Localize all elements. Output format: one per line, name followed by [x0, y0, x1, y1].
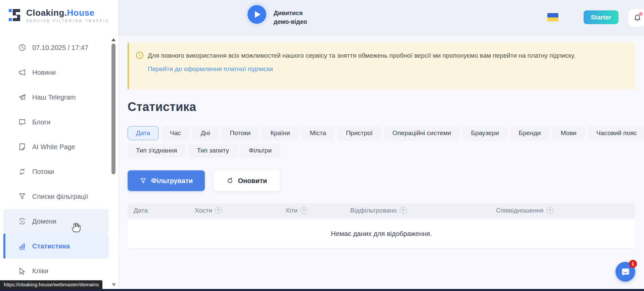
- chat-bubble-icon: [18, 118, 26, 126]
- banner-message: Для повного використання всіх можливосте…: [148, 51, 625, 60]
- help-icon[interactable]: ?: [300, 207, 307, 214]
- column-header-filtered: Відфільтровано ?: [350, 203, 407, 218]
- hand-cursor-pointer: [71, 222, 81, 233]
- column-header-date: Дата: [134, 203, 148, 218]
- demo-video-label[interactable]: Дивитися демо-відео: [274, 9, 307, 26]
- filter-tab-browsers[interactable]: Браузери: [463, 126, 507, 140]
- demo-video-line2: демо-відео: [274, 17, 307, 26]
- brand-tagline: SERVICE FILTERING TRAFFIC: [26, 19, 109, 23]
- sidebar-item-streams[interactable]: Потоки: [3, 159, 109, 184]
- warning-icon: !: [136, 52, 143, 59]
- filter-tab-operating-systems[interactable]: Операційні системи: [384, 126, 460, 140]
- help-icon[interactable]: ?: [400, 207, 407, 214]
- demo-video-play-button[interactable]: [247, 5, 266, 24]
- sidebar-item-label: Новини: [32, 69, 56, 76]
- cursor-arrow-icon: [18, 267, 26, 275]
- cloaking-house-logo-icon: [8, 7, 22, 23]
- sidebar-item-news[interactable]: Новини: [3, 60, 109, 85]
- filter-tab-brands[interactable]: Бренди: [510, 126, 549, 140]
- sidebar-item-blogs[interactable]: Блоги: [3, 110, 109, 134]
- filter-tab-days[interactable]: Дні: [192, 126, 219, 140]
- sync-arrows-icon: [18, 168, 26, 176]
- column-label: Співвідношення: [496, 207, 544, 214]
- clock-icon: [18, 44, 26, 52]
- scrollbar-thumb[interactable]: [111, 44, 116, 174]
- main-content: ! Для повного використання всіх можливос…: [118, 36, 644, 291]
- demo-video-line1: Дивитися: [274, 9, 307, 17]
- filter-tab-request-type[interactable]: Тип запиту: [188, 143, 237, 158]
- sidebar: Cloaking.House SERVICE FILTERING TRAFFIC…: [0, 0, 118, 291]
- megaphone-icon: [18, 68, 26, 76]
- chat-unread-badge: 1: [629, 260, 637, 268]
- filter-tab-streams[interactable]: Потоки: [221, 126, 259, 140]
- filter-tab-devices[interactable]: Пристрої: [337, 126, 381, 140]
- scroll-down-arrow[interactable]: [112, 283, 116, 286]
- statistics-table-header: Дата Хости ? Хіти ? Відфільтровано ? Спі…: [128, 203, 635, 218]
- sidebar-menu: 07.10.2025 / 17:47 Новини Наш Telegram Б…: [0, 35, 118, 283]
- filter-tab-time[interactable]: Час: [162, 126, 189, 140]
- sidebar-item-ai-white-page[interactable]: AI White Page: [3, 134, 109, 159]
- top-header: Дивитися демо-відео Starter naata*******…: [118, 0, 644, 36]
- sidebar-item-datetime: 07.10.2025 / 17:47: [3, 35, 109, 60]
- sidebar-item-label: Домени: [32, 218, 56, 225]
- notification-dot: [639, 12, 643, 16]
- telegram-icon: [18, 93, 26, 101]
- sidebar-item-label: Блоги: [32, 118, 50, 126]
- chat-widget-button[interactable]: 1: [615, 262, 635, 282]
- svg-text:w: w: [21, 220, 24, 223]
- help-icon[interactable]: ?: [215, 207, 222, 214]
- upgrade-subscription-link[interactable]: Перейти до оформлення платної підписки: [148, 65, 273, 73]
- sidebar-item-label: Статистика: [32, 242, 70, 250]
- sidebar-item-label: Наш Telegram: [32, 94, 76, 101]
- sidebar-item-label: Списки фільтрації: [32, 193, 88, 200]
- notifications-button[interactable]: [629, 9, 644, 26]
- link-preview-statusbar: https://cloaking.house/webmaster/domains: [0, 280, 102, 289]
- filter-tab-filters[interactable]: Фільтри: [240, 143, 280, 158]
- actions-row: Фільтрувати Оновити: [128, 170, 280, 191]
- brand-logo[interactable]: Cloaking.House SERVICE FILTERING TRAFFIC: [8, 7, 109, 23]
- play-icon: [255, 11, 261, 18]
- sidebar-item-label: Кліки: [32, 267, 48, 275]
- refresh-icon: [226, 177, 234, 184]
- statistics-filter-tabs: Дата Час Дні Потоки Країни Міста Пристро…: [128, 126, 635, 161]
- flag-blue-stripe: [547, 13, 558, 17]
- sidebar-item-label: Потоки: [32, 168, 54, 176]
- sidebar-item-telegram[interactable]: Наш Telegram: [3, 85, 109, 110]
- funnel-icon: [140, 177, 147, 184]
- sidebar-scrollbar[interactable]: [111, 38, 116, 288]
- webmaster-globe-icon: w: [18, 217, 26, 225]
- filter-button-label: Фільтрувати: [151, 177, 193, 185]
- trial-warning-banner: ! Для повного використання всіх можливос…: [128, 43, 635, 90]
- brand-name-accent: House: [67, 8, 95, 18]
- filter-tab-languages[interactable]: Мови: [552, 126, 585, 140]
- sidebar-item-label: 07.10.2025 / 17:47: [32, 44, 88, 52]
- filter-tab-countries[interactable]: Країни: [262, 126, 298, 140]
- refresh-button[interactable]: Оновити: [214, 170, 280, 191]
- filter-tabs-row-2: Тип з'єднання Тип запиту Фільтри: [128, 143, 635, 158]
- sidebar-item-label: AI White Page: [32, 143, 75, 151]
- filter-tab-connection-type[interactable]: Тип з'єднання: [128, 143, 185, 158]
- language-flag-ukraine[interactable]: [547, 13, 558, 21]
- plan-starter-button[interactable]: Starter: [584, 10, 618, 24]
- brand-logo-text: Cloaking.House SERVICE FILTERING TRAFFIC: [26, 8, 109, 23]
- sidebar-item-clicks[interactable]: Кліки: [3, 258, 109, 283]
- filter-tab-date[interactable]: Дата: [128, 126, 158, 140]
- chat-smile-icon: [620, 267, 631, 277]
- column-label: Відфільтровано: [350, 207, 397, 214]
- bar-chart-icon: [18, 242, 26, 250]
- scroll-up-arrow[interactable]: [111, 38, 116, 41]
- brand-name-primary: Cloaking.: [26, 8, 67, 18]
- funnel-icon: [18, 192, 26, 200]
- column-label: Хіти: [285, 207, 297, 214]
- filter-tab-cities[interactable]: Міста: [302, 126, 335, 140]
- filter-button[interactable]: Фільтрувати: [128, 170, 205, 191]
- sidebar-item-domains[interactable]: w Домени: [3, 209, 109, 234]
- filter-tab-timezone[interactable]: Часовий пояс: [588, 126, 644, 140]
- flag-yellow-stripe: [547, 17, 558, 22]
- sidebar-item-filter-lists[interactable]: Списки фільтрації: [3, 184, 109, 209]
- filter-tabs-row-1: Дата Час Дні Потоки Країни Міста Пристро…: [128, 126, 635, 140]
- column-header-hits: Хіти ?: [285, 203, 307, 218]
- help-icon[interactable]: ?: [546, 207, 553, 214]
- column-header-ratio: Співвідношення ?: [496, 203, 553, 218]
- sidebar-item-statistics[interactable]: Статистика: [3, 234, 109, 258]
